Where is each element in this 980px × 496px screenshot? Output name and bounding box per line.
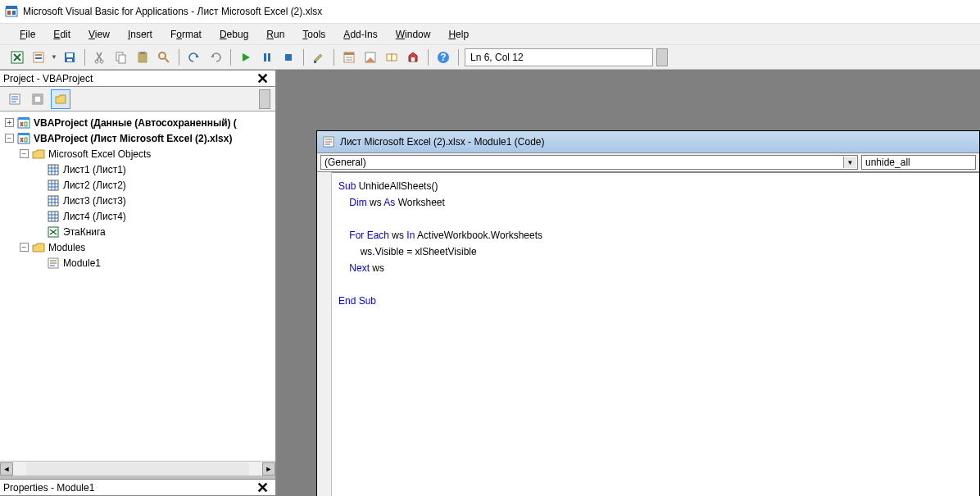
svg-rect-6 xyxy=(35,54,42,56)
code-editor[interactable]: Sub UnhideAllSheets() Dim ws As Workshee… xyxy=(332,172,979,496)
expand-toggle-icon[interactable]: + xyxy=(5,118,14,127)
svg-rect-48 xyxy=(48,180,58,190)
code-window-dropdowns: (General) ▼ unhide_all xyxy=(317,152,979,172)
menu-format[interactable]: Format xyxy=(162,25,210,43)
help-icon[interactable]: ? xyxy=(434,48,452,66)
toolbar-grip xyxy=(656,48,668,66)
design-mode-icon[interactable] xyxy=(310,48,328,66)
folder-icon xyxy=(32,241,45,254)
object-dropdown-value: (General) xyxy=(324,157,366,168)
procedure-dropdown[interactable]: unhide_all xyxy=(861,155,976,170)
view-code-icon[interactable] xyxy=(5,89,25,109)
insert-dropdown-icon[interactable]: ▼ xyxy=(51,53,57,61)
svg-rect-41 xyxy=(18,134,29,143)
tree-label: VBAProject (Данные (Автосохраненный) ( xyxy=(34,117,237,129)
svg-rect-20 xyxy=(268,53,270,61)
cut-icon[interactable] xyxy=(91,48,109,66)
svg-rect-42 xyxy=(18,133,29,135)
redo-icon[interactable] xyxy=(206,48,225,66)
svg-rect-21 xyxy=(285,54,292,61)
menu-addins[interactable]: Add-Ins xyxy=(335,25,385,43)
menu-tools[interactable]: Tools xyxy=(294,25,333,43)
toolbox-icon[interactable] xyxy=(404,48,422,66)
code-window-title-bar[interactable]: Лист Microsoft Excel (2).xlsx - Module1 … xyxy=(317,131,979,152)
tree-sheet2[interactable]: Лист2 (Лист2) xyxy=(0,177,275,193)
project-tree-h-scrollbar[interactable]: ◄ ► xyxy=(0,461,275,476)
menu-edit[interactable]: Edit xyxy=(45,25,79,43)
tree-label: VBAProject (Лист Microsoft Excel (2).xls… xyxy=(34,133,232,144)
properties-panel-close-icon[interactable]: ✕ xyxy=(253,479,272,497)
dropdown-arrow-icon[interactable]: ▼ xyxy=(843,157,856,168)
svg-rect-39 xyxy=(18,119,29,128)
menu-file[interactable]: File xyxy=(11,25,43,43)
svg-rect-43 xyxy=(48,165,58,175)
svg-rect-28 xyxy=(387,54,392,61)
worksheet-icon xyxy=(47,163,60,176)
tree-label: Module1 xyxy=(63,257,101,269)
code-window-title: Лист Microsoft Excel (2).xlsx - Module1 … xyxy=(340,136,544,148)
code-margin[interactable] xyxy=(317,172,332,496)
collapse-toggle-icon[interactable]: − xyxy=(5,134,14,143)
project-panel-close-icon[interactable]: ✕ xyxy=(253,70,272,88)
scroll-left-icon[interactable]: ◄ xyxy=(0,462,13,476)
object-dropdown[interactable]: (General) ▼ xyxy=(320,155,858,170)
project-panel-title: Project - VBAProject ✕ xyxy=(0,70,275,87)
tree-sheet1[interactable]: Лист1 (Лист1) xyxy=(0,162,275,177)
menu-insert[interactable]: Insert xyxy=(120,25,161,43)
tree-label: Лист1 (Лист1) xyxy=(63,164,126,175)
break-icon[interactable] xyxy=(258,48,276,66)
find-icon[interactable] xyxy=(155,48,173,66)
collapse-toggle-icon[interactable]: − xyxy=(20,243,29,252)
paste-icon[interactable] xyxy=(134,48,152,66)
object-browser-icon[interactable] xyxy=(383,48,401,66)
svg-point-17 xyxy=(159,52,166,59)
svg-rect-1 xyxy=(6,6,17,9)
insert-module-icon[interactable] xyxy=(29,48,48,66)
tree-label: Лист2 (Лист2) xyxy=(63,180,126,191)
worksheet-icon xyxy=(47,194,60,207)
menu-run[interactable]: Run xyxy=(258,25,293,43)
project-explorer-icon[interactable] xyxy=(340,48,358,66)
svg-rect-38 xyxy=(34,96,41,102)
svg-rect-58 xyxy=(48,212,58,221)
undo-icon[interactable] xyxy=(185,48,203,66)
reset-icon[interactable] xyxy=(279,48,297,66)
svg-rect-22 xyxy=(314,61,316,63)
project-panel-toolbar xyxy=(0,87,275,111)
view-object-icon[interactable] xyxy=(28,89,48,109)
menu-help[interactable]: Help xyxy=(440,25,477,43)
save-icon[interactable] xyxy=(61,48,79,66)
tree-sheet3[interactable]: Лист3 (Лист3) xyxy=(0,193,275,208)
tree-modules-folder[interactable]: − Modules xyxy=(0,239,275,255)
svg-rect-29 xyxy=(392,54,397,61)
code-window[interactable]: Лист Microsoft Excel (2).xlsx - Module1 … xyxy=(316,130,980,496)
tree-excel-objects[interactable]: − Microsoft Excel Objects xyxy=(0,146,275,162)
menu-debug[interactable]: Debug xyxy=(211,25,256,43)
menu-window[interactable]: Window xyxy=(388,25,439,43)
scroll-right-icon[interactable]: ► xyxy=(262,462,275,476)
toggle-folders-icon[interactable] xyxy=(51,89,70,109)
menu-bar: File Edit View Insert Format Debug Run T… xyxy=(0,23,980,45)
project-tree[interactable]: + VBAProject (Данные (Автосохраненный) (… xyxy=(0,111,275,461)
procedure-dropdown-value: unhide_all xyxy=(865,157,910,168)
workbook-icon xyxy=(47,225,60,239)
tree-project-2[interactable]: − VBAProject (Лист Microsoft Excel (2).x… xyxy=(0,130,275,146)
tree-sheet4[interactable]: Лист4 (Лист4) xyxy=(0,208,275,224)
tree-project-1[interactable]: + VBAProject (Данные (Автосохраненный) ( xyxy=(0,115,275,130)
menu-view[interactable]: View xyxy=(80,25,118,43)
worksheet-icon xyxy=(47,179,60,192)
collapse-toggle-icon[interactable]: − xyxy=(20,149,29,158)
svg-rect-14 xyxy=(119,55,125,63)
run-icon[interactable] xyxy=(237,48,255,66)
vba-project-icon xyxy=(17,132,30,145)
panel-toolbar-grip xyxy=(259,89,270,109)
svg-line-18 xyxy=(165,58,169,62)
module-icon xyxy=(47,257,60,270)
title-bar: Microsoft Visual Basic for Applications … xyxy=(0,0,980,23)
view-excel-icon[interactable] xyxy=(8,48,26,66)
tree-thisworkbook[interactable]: ЭтаКнига xyxy=(0,224,275,239)
tree-module1[interactable]: Module1 xyxy=(0,255,275,271)
svg-rect-16 xyxy=(140,52,145,54)
properties-window-icon[interactable] xyxy=(361,48,379,66)
copy-icon[interactable] xyxy=(112,48,130,66)
